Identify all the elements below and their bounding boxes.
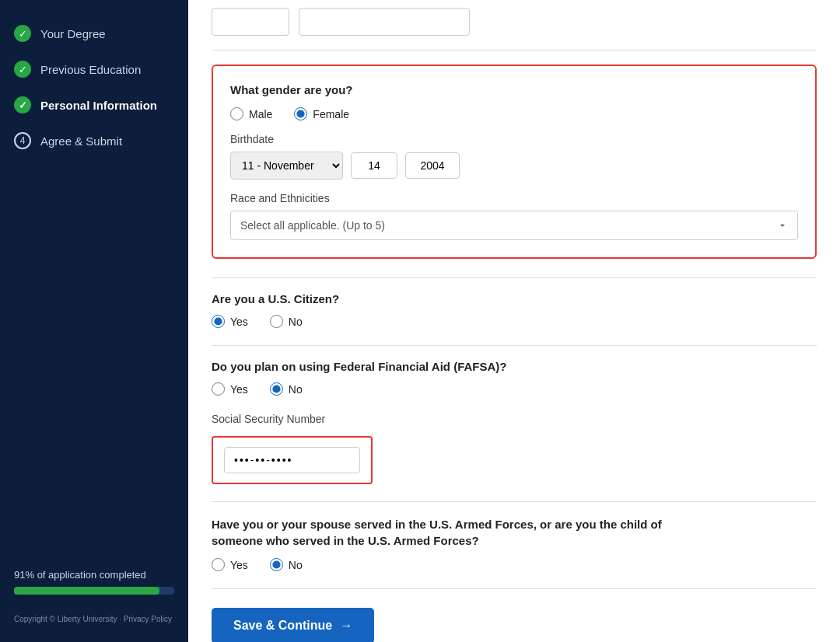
progress-bar-fill — [14, 587, 159, 595]
divider-fafsa — [212, 345, 817, 346]
sidebar-label-personal-information: Personal Information — [40, 99, 157, 112]
birthdate-year-input[interactable] — [405, 152, 460, 179]
armed-yes-text: Yes — [230, 559, 248, 571]
fafsa-question: Do you plan on using Federal Financial A… — [212, 360, 817, 373]
gender-question: What gender are you? — [230, 83, 798, 96]
gender-female-text: Female — [313, 108, 349, 120]
armed-yes-radio[interactable] — [212, 558, 225, 571]
gender-section-box: What gender are you? Male Female Birthda… — [212, 65, 817, 259]
armed-question: Have you or your spouse served in the U.… — [212, 516, 663, 549]
gender-female-label[interactable]: Female — [294, 107, 349, 120]
citizen-no-text: No — [289, 316, 303, 328]
save-continue-button[interactable]: Save & Continue → — [212, 608, 374, 642]
armed-section: Have you or your spouse served in the U.… — [212, 516, 817, 571]
sidebar-item-previous-education[interactable]: ✓ Previous Education — [0, 51, 188, 87]
race-select[interactable]: Select all applicable. (Up to 5) — [230, 211, 798, 240]
progress-label: 91% of application completed — [14, 569, 174, 581]
birthdate-month-select[interactable]: 11 - November — [230, 152, 343, 180]
sidebar-label-previous-education: Previous Education — [40, 63, 141, 76]
divider-bottom — [212, 588, 817, 589]
divider-armed — [212, 501, 817, 502]
citizen-section: Are you a U.S. Citizen? Yes No — [212, 292, 817, 328]
birthdate-day-input[interactable] — [351, 152, 397, 179]
fafsa-yes-radio[interactable] — [212, 382, 225, 396]
save-arrow-icon: → — [340, 619, 352, 633]
fafsa-yes-text: Yes — [230, 383, 248, 396]
armed-no-text: No — [289, 559, 303, 571]
citizen-yes-radio[interactable] — [212, 315, 225, 328]
divider-citizen — [212, 277, 817, 278]
sidebar-label-agree-submit: Agree & Submit — [40, 134, 122, 148]
fafsa-section: Do you plan on using Federal Financial A… — [212, 360, 817, 396]
ssn-section: Social Security Number — [212, 413, 817, 484]
top-input-row — [212, 8, 817, 36]
citizen-radio-group: Yes No — [212, 315, 817, 328]
birthdate-label: Birthdate — [230, 133, 798, 145]
armed-no-label[interactable]: No — [270, 558, 303, 571]
citizen-yes-text: Yes — [230, 316, 248, 328]
citizen-yes-label[interactable]: Yes — [212, 315, 248, 328]
gender-male-radio[interactable] — [230, 107, 243, 120]
ssn-label: Social Security Number — [212, 413, 817, 425]
progress-bar-background — [14, 587, 174, 595]
gender-male-label[interactable]: Male — [230, 107, 272, 120]
copyright-text: Copyright © Liberty University · Privacy… — [0, 607, 188, 626]
citizen-question: Are you a U.S. Citizen? — [212, 292, 817, 305]
gender-radio-group: Male Female — [230, 107, 798, 120]
citizen-no-radio[interactable] — [270, 315, 283, 328]
citizen-no-label[interactable]: No — [270, 315, 303, 328]
fafsa-no-radio[interactable] — [270, 382, 283, 396]
gender-female-radio[interactable] — [294, 107, 307, 120]
fafsa-no-label[interactable]: No — [270, 382, 303, 396]
armed-no-radio[interactable] — [270, 558, 283, 571]
check-icon-personal-information: ✓ — [14, 96, 31, 113]
check-icon-previous-education: ✓ — [14, 61, 31, 78]
main-content: What gender are you? Male Female Birthda… — [188, 0, 840, 642]
birthdate-row: 11 - November — [230, 152, 798, 180]
number-icon-agree-submit: 4 — [14, 132, 31, 149]
divider-top — [212, 50, 817, 51]
fafsa-no-text: No — [289, 383, 303, 396]
ssn-input-box — [212, 436, 373, 484]
check-icon-your-degree: ✓ — [14, 25, 31, 42]
race-label: Race and Ethnicities — [230, 192, 798, 204]
sidebar-item-your-degree[interactable]: ✓ Your Degree — [0, 16, 188, 51]
armed-yes-label[interactable]: Yes — [212, 558, 248, 571]
top-input-left[interactable] — [212, 8, 289, 36]
save-button-label: Save & Continue — [233, 619, 332, 633]
ssn-input[interactable] — [224, 447, 360, 473]
armed-radio-group: Yes No — [212, 558, 817, 571]
sidebar-item-personal-information[interactable]: ✓ Personal Information — [0, 87, 188, 123]
sidebar-footer: 91% of application completed — [0, 557, 188, 607]
gender-male-text: Male — [249, 108, 272, 120]
fafsa-radio-group: Yes No — [212, 382, 817, 396]
sidebar-item-agree-submit[interactable]: 4 Agree & Submit — [0, 123, 188, 159]
sidebar-label-your-degree: Your Degree — [40, 27, 106, 40]
sidebar: ✓ Your Degree ✓ Previous Education ✓ Per… — [0, 0, 188, 642]
top-input-right[interactable] — [299, 8, 470, 36]
fafsa-yes-label[interactable]: Yes — [212, 382, 248, 396]
